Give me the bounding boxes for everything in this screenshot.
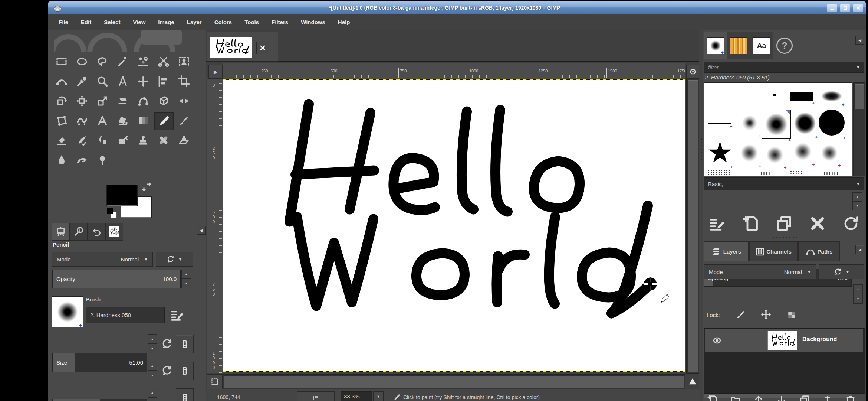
tool-pencil[interactable] [154,112,174,130]
tool-rotate[interactable] [52,92,71,110]
brush-hardness-050[interactable] [762,110,791,139]
image-tab[interactable] [207,32,278,62]
anchor-layer-button[interactable] [821,394,834,401]
foreground-color-swatch[interactable] [106,185,138,206]
tool-align[interactable] [154,72,173,90]
unit-dropdown[interactable]: px [297,391,335,401]
tool-crop[interactable] [175,72,193,90]
tool-handle-transform[interactable] [134,92,152,110]
brush-hardness-025[interactable] [739,113,760,133]
zoom-follow-window-icon[interactable] [686,65,700,79]
edit-brush-icon[interactable] [170,307,185,322]
tab-channels[interactable]: Channels [749,241,798,261]
tool-select-by-color[interactable] [134,53,152,71]
layer-mode-dropdown[interactable]: Mode Normal ▼ [704,264,816,279]
size-stylus-button[interactable] [176,335,194,353]
quick-mask-toggle[interactable] [207,374,223,389]
brush-chalk-splatter-1[interactable] [739,142,760,164]
tool-shear[interactable] [114,92,132,110]
brush-grid-scrollbar[interactable] [853,82,865,176]
menu-filters[interactable]: Filters [272,19,288,25]
spacing-spinner[interactable]: ▲▼ [852,192,862,210]
brush-hardness-075[interactable] [793,112,816,135]
tool-color-picker[interactable] [73,72,91,90]
tool-free-select[interactable] [93,53,112,71]
tool-foreground-select[interactable] [175,53,193,71]
brush-grid[interactable]: ++++++++++++ [704,82,852,176]
canvas[interactable] [223,79,685,372]
tab-brushes[interactable]: + [704,32,727,59]
tool-paths[interactable] [52,72,71,90]
tool-gradient[interactable] [134,112,152,130]
new-layer-button[interactable] [706,394,719,401]
brush-name-field[interactable]: 2. Hardness 050 [86,307,165,323]
zoom-combo[interactable]: 33.3% [341,391,372,401]
menu-view[interactable]: View [133,19,145,25]
menu-layer[interactable]: Layer [187,19,202,25]
brush-hardness-100[interactable] [819,110,845,136]
horizontal-ruler[interactable]: 2505007501000125015001750 [223,63,685,79]
collapse-layers-dock-icon[interactable]: ◀ [855,245,864,254]
tool-ink[interactable] [73,131,91,149]
delete-layer-button[interactable] [844,394,857,401]
tab-paths[interactable]: Paths [798,241,840,261]
menu-file[interactable]: File [59,19,68,25]
lock-move-icon[interactable] [760,309,772,320]
tool-scissors-select[interactable] [154,53,173,71]
tool-blur[interactable] [52,151,71,169]
menu-select[interactable]: Select [104,19,120,25]
aspect-spinner[interactable]: ▲▼ [148,361,157,380]
tool-mypaint-brush[interactable] [93,131,112,149]
brush-filter-input[interactable]: filter ▼ [704,62,864,73]
tab-tool-options[interactable] [52,223,70,241]
mode-reset-button[interactable]: ▼ [156,252,193,267]
panel-resize-grip[interactable] [772,235,798,239]
tab-help[interactable]: ? [773,32,796,59]
tool-paintbrush[interactable] [175,112,193,130]
tool-rectangle-select[interactable] [52,53,71,71]
brush-star[interactable] [708,141,732,164]
default-colors-icon[interactable] [107,208,113,214]
swap-colors-icon[interactable] [141,182,152,192]
brush-specks-1[interactable] [707,170,730,175]
tool-bucket-fill[interactable] [114,112,132,130]
layer-visibility-eye-icon[interactable] [711,336,723,345]
vertical-scrollbar[interactable] [686,79,700,374]
tool-flip[interactable] [175,92,193,110]
tool-transform-3d[interactable] [154,92,173,110]
duplicate-layer-button[interactable] [798,394,811,401]
vertical-ruler[interactable]: 02505007501000 [207,79,223,373]
tool-zoom[interactable] [93,72,112,90]
tool-smudge[interactable] [73,151,91,169]
brush-block[interactable] [790,92,813,101]
close-image-icon[interactable] [256,42,269,54]
menu-colors[interactable]: Colors [214,19,232,25]
menu-help[interactable]: Help [338,19,350,25]
tool-measure[interactable] [114,72,132,90]
lock-alpha-icon[interactable] [786,310,797,320]
tool-cage-transform[interactable] [52,112,71,130]
brush-preview[interactable]: + [52,296,83,327]
tool-move[interactable] [134,72,152,90]
brush-grid-scrollbar-thumb[interactable] [854,84,864,109]
collapse-right-dock-icon[interactable]: ◀ [855,36,864,45]
tool-unified-transform[interactable] [73,92,91,110]
tool-warp-transform[interactable] [73,112,91,130]
zoom-menu-button[interactable]: ▼ [373,391,384,401]
tool-fuzzy-select[interactable] [114,53,132,71]
mode-dropdown[interactable]: Mode Normal ▼ [52,252,153,267]
angle-spinner[interactable]: ▲▼ [148,388,157,401]
brush-group-dropdown[interactable]: Basic, ▼ [704,177,864,190]
edit-brush-button[interactable] [708,215,727,232]
brush-chalk-splatter-3[interactable] [792,141,813,162]
layer-opac-spinner[interactable]: ▲▼ [853,284,863,304]
minimize-button[interactable] [827,4,837,12]
lock-paint-icon[interactable] [735,309,746,320]
close-button[interactable] [853,4,863,12]
aspect-ratio-slider[interactable]: Aspect Ratio 0.00 [52,399,147,401]
title-bar[interactable]: *[Untitled]-1.0 (RGB color 8-bit gamma i… [48,1,866,14]
tab-layers[interactable]: Layers [704,241,749,261]
opacity-slider[interactable]: Opacity 100.0 [52,270,181,288]
raise-layer-button[interactable] [752,394,765,401]
brush-line[interactable] [708,123,731,124]
